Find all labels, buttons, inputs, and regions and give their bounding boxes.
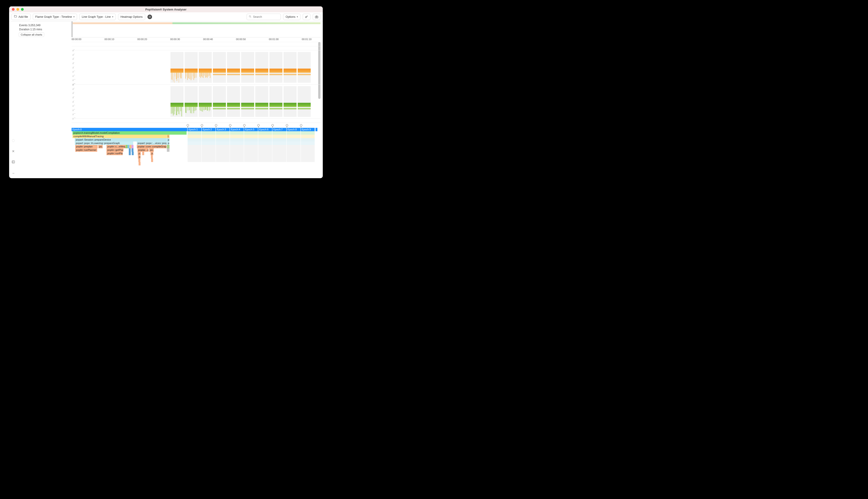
flame-span[interactable] [273,131,286,135]
rail-panel-icon[interactable] [12,160,15,164]
flame-span[interactable] [301,138,315,142]
flame-span[interactable]: po...an [98,145,103,148]
flame-span[interactable] [244,138,258,142]
flame-span[interactable] [244,131,258,135]
flame-span[interactable] [202,148,216,152]
flame-span[interactable] [202,131,216,135]
flame-span[interactable] [258,159,272,162]
flame-span[interactable] [273,159,286,162]
flame-span[interactable] [151,159,153,162]
flame-span[interactable] [202,145,216,148]
flame-span[interactable] [216,135,230,138]
options-select[interactable]: Options ▾ [283,14,300,20]
flame-span[interactable] [230,148,244,152]
flame-span[interactable] [129,148,131,152]
flame-span[interactable] [188,145,202,148]
flame-span[interactable]: poplar::core::compileGraph [137,145,167,148]
epoch-bar[interactable]: Epoch:5 [244,128,258,131]
flame-span[interactable] [273,135,286,138]
flame-span[interactable]: l... [167,135,170,138]
flame-span[interactable] [258,145,272,148]
flame-span[interactable]: popart::Session::prepareDevice [75,138,167,142]
flame-span[interactable] [130,145,132,148]
flame-span[interactable] [216,155,230,159]
flame-span[interactable] [230,145,244,148]
flame-span[interactable] [216,145,230,148]
flame-span[interactable] [188,159,202,162]
flame-span[interactable] [188,135,202,138]
flame-span[interactable] [287,148,301,152]
flame-span[interactable]: p... [138,152,141,155]
epoch-bar[interactable]: Epoch:2 [202,128,216,131]
flame-span[interactable] [188,148,202,152]
flame-span[interactable] [273,155,286,159]
flame-span[interactable] [244,155,258,159]
flame-span[interactable] [301,148,315,152]
epoch-bar[interactable]: Epoch:4 [230,128,244,131]
flame-span[interactable] [230,155,244,159]
minimap-selection[interactable] [72,21,72,37]
flame-span[interactable] [167,148,170,152]
flame-span[interactable] [273,142,286,145]
flame-span[interactable]: p... [138,155,141,159]
flame-span[interactable]: poptorch.trainingModel.modelCompilation [72,131,187,135]
flame-span[interactable] [287,145,301,148]
key-button[interactable] [303,14,311,20]
flame-span[interactable] [301,135,315,138]
flame-type-select[interactable]: Flame Graph Type - Timeline ▾ [33,14,77,20]
flame-span[interactable] [216,138,230,142]
flame-span[interactable] [301,155,315,159]
flame-span[interactable]: p... [167,142,170,145]
flame-span[interactable] [230,138,244,142]
flame-span[interactable] [258,152,272,155]
flame-span[interactable] [216,142,230,145]
flame-span[interactable] [244,135,258,138]
collapse-all-button[interactable]: Collapse all charts [19,32,44,37]
rail-close-icon[interactable]: ✕ [12,149,15,153]
epoch-bar[interactable]: Epoch:1 [188,128,202,131]
flame-span[interactable] [273,138,286,142]
flame-span[interactable] [301,159,315,162]
epoch-bar[interactable]: Epoch:7 [273,128,286,131]
flame-span[interactable] [258,135,272,138]
flame-span[interactable]: poplin::runPlanner [75,148,97,152]
flame-span[interactable] [142,152,144,155]
epoch-bar[interactable]: Epoch:8 [287,128,301,131]
compass-icon[interactable] [147,15,152,19]
flame-span[interactable] [287,159,301,162]
flame-span[interactable] [202,138,216,142]
rail-arrow-icon[interactable]: → [12,171,15,175]
flame-span[interactable] [230,159,244,162]
flame-span[interactable] [301,142,315,145]
flame-span[interactable] [258,138,272,142]
flame-span[interactable] [301,131,315,135]
flame-span[interactable] [202,152,216,155]
flame-span[interactable] [273,148,286,152]
flame-span[interactable] [125,145,128,148]
line-type-select[interactable]: Line Graph Type - Line ▾ [79,14,116,20]
flame-span[interactable] [188,138,202,142]
flame-span[interactable] [244,159,258,162]
flame-span[interactable] [258,148,272,152]
flame-span[interactable] [273,152,286,155]
flame-span[interactable] [230,152,244,155]
flame-span[interactable] [230,135,244,138]
epoch-bar[interactable]: Epoch:9 [301,128,315,131]
heatmap-options-button[interactable]: Heatmap Options [118,14,145,20]
flame-span[interactable] [230,142,244,145]
flame-span[interactable] [151,155,153,159]
minimap[interactable] [72,21,321,37]
flame-span[interactable]: poplar...obally [137,148,149,152]
flame-span[interactable] [258,142,272,145]
flame-span[interactable] [258,155,272,159]
flame-span[interactable] [301,145,315,148]
flame-span[interactable] [138,159,141,162]
flame-span[interactable] [202,135,216,138]
flame-span[interactable] [188,155,202,159]
flame-span[interactable] [216,152,230,155]
flame-span[interactable] [202,142,216,145]
flame-span[interactable] [244,142,258,145]
flame-span[interactable]: popart::popx::IrLowering::prepareGraph [75,142,133,145]
epoch-bar[interactable]: Epoch:3 [216,128,230,131]
flame-span[interactable] [132,148,134,152]
